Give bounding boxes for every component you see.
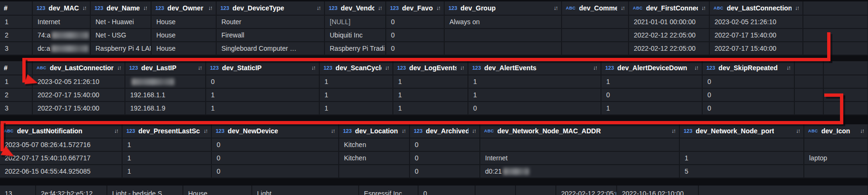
- sort-arrows-icon[interactable]: ↓↑: [795, 5, 799, 11]
- cell: 2022-07-17 15:40:00: [32, 88, 125, 102]
- column-header-dev_Group[interactable]: 123dev_Group↓↑: [444, 1, 562, 15]
- column-header-dev_DeviceType[interactable]: 123dev_DeviceType↓↑: [216, 1, 324, 15]
- column-label: dev_NewDevice: [228, 127, 278, 135]
- sort-arrows-icon[interactable]: ↓↑: [208, 5, 212, 11]
- sort-arrows-icon[interactable]: ↓↑: [82, 5, 86, 11]
- cell: 0: [386, 15, 444, 28]
- sort-arrows-icon[interactable]: ↓↑: [786, 65, 790, 71]
- table-row: 2022-07-17 15:40:10.66771710Kitchen0Inte…: [0, 151, 868, 165]
- cell-text: 74:a: [38, 31, 50, 39]
- cell-text: 2022-07-17 15:40:00: [715, 45, 776, 52]
- column-header-dev_AlertEvents[interactable]: 123dev_AlertEvents↓↑: [468, 61, 601, 75]
- column-header-dev_Icon[interactable]: ABCdev_Icon↓↑: [804, 124, 868, 138]
- column-header-dev_StaticIP[interactable]: 123dev_StaticIP↓↑: [206, 61, 319, 75]
- cell: Router: [216, 15, 324, 28]
- column-header-dev_LastConnection[interactable]: ABCdev_LastConnection↓↑: [32, 61, 125, 75]
- column-label: dev_LastNotification: [17, 127, 83, 135]
- sort-arrows-icon[interactable]: ↓↑: [143, 5, 147, 11]
- cell-text: Net - USG: [95, 31, 126, 39]
- cell: House: [151, 28, 216, 42]
- column-header-dev_Vendor[interactable]: 123dev_Vendor↓↑: [324, 1, 386, 15]
- column-header-dev_MAC[interactable]: 123dev_MAC↓↑: [32, 1, 90, 15]
- sort-arrows-icon[interactable]: ↓↑: [436, 5, 440, 11]
- column-header-dev_FirstConnection[interactable]: ABCdev_FirstConnection↓↑: [629, 1, 709, 15]
- sort-arrows-icon[interactable]: ↓↑: [385, 65, 389, 71]
- numeric-type-icon: 123: [684, 128, 692, 134]
- column-header-dev_PresentLastScan[interactable]: 123dev_PresentLastScan↓↑: [122, 124, 211, 138]
- cell: 1: [601, 75, 702, 88]
- cell: 2022-06-15 04:55:44.925085: [0, 165, 122, 178]
- column-header-dev_LastIP[interactable]: 123dev_LastIP↓↑: [125, 61, 206, 75]
- header-row: #123dev_MAC↓↑123dev_Name↓↑123dev_Owner↓↑…: [0, 1, 868, 15]
- sort-arrows-icon[interactable]: ↓↑: [203, 128, 207, 134]
- numeric-type-icon: 123: [216, 128, 224, 134]
- column-header-#[interactable]: #: [0, 61, 32, 75]
- column-header-dev_Favorite[interactable]: 123dev_Favorite↓↑: [386, 1, 444, 15]
- sort-arrows-icon[interactable]: ↓↑: [378, 5, 382, 11]
- column-header-dev_LastNotification[interactable]: ABCdev_LastNotification↓↑: [0, 124, 122, 138]
- column-header-dev_AlertDeviceDown[interactable]: 123dev_AlertDeviceDown↓↑: [601, 61, 702, 75]
- sort-arrows-icon[interactable]: ↓↑: [620, 5, 624, 11]
- column-header-dev_Comments[interactable]: ABCdev_Comments↓↑: [562, 1, 629, 15]
- cell-text: 0: [217, 154, 220, 162]
- cell: 1: [206, 88, 319, 102]
- sort-arrows-icon[interactable]: ↓↑: [694, 65, 698, 71]
- sort-arrows-icon[interactable]: ↓↑: [114, 128, 118, 134]
- cell: 2: [0, 28, 32, 42]
- column-header-dev_Network_Node_port[interactable]: 123dev_Network_Node_port↓↑: [679, 124, 804, 138]
- cell: [804, 165, 868, 178]
- cell: 1: [319, 88, 393, 102]
- numeric-type-icon: 123: [390, 5, 399, 11]
- sort-arrows-icon[interactable]: ↓↑: [701, 5, 705, 11]
- numeric-type-icon: 123: [448, 5, 457, 11]
- column-header-dev_LogEvents[interactable]: 123dev_LogEvents↓↑: [393, 61, 468, 75]
- column-header-dev_SkipRepeated[interactable]: 123dev_SkipRepeated↓↑: [702, 61, 794, 75]
- column-header-dev_NewDevice[interactable]: 123dev_NewDevice↓↑: [211, 124, 339, 138]
- cell-text: 0: [707, 91, 711, 99]
- cell: Espressif Inc: [359, 186, 418, 195]
- sort-arrows-icon[interactable]: ↓↑: [860, 128, 864, 134]
- column-header-dev_Owner[interactable]: 123dev_Owner↓↑: [151, 1, 216, 15]
- cell-text: 192.168.1.9: [130, 104, 165, 112]
- cell: Light: [252, 186, 359, 195]
- cell: House: [183, 186, 252, 195]
- column-header-dev_Location[interactable]: 123dev_Location↓↑: [339, 124, 410, 138]
- cell: [679, 138, 804, 151]
- sort-arrows-icon[interactable]: ↓↑: [198, 65, 201, 71]
- cell: 1: [206, 102, 319, 115]
- column-header-dev_LastConnection[interactable]: ABCdev_LastConnection↓↑: [709, 1, 803, 15]
- column-header-dev_ScanCycle[interactable]: 123dev_ScanCycle↓↑: [319, 61, 393, 75]
- numeric-type-icon: 123: [605, 65, 614, 71]
- cell: 0: [386, 42, 444, 55]
- cell: [823, 75, 868, 88]
- cell: 13: [0, 186, 36, 195]
- sort-arrows-icon[interactable]: ↓↑: [593, 65, 597, 71]
- cell-text: 1: [324, 104, 328, 112]
- column-header-#[interactable]: #: [0, 1, 32, 15]
- column-header-dev_Archived[interactable]: 123dev_Archived↓↑: [410, 124, 480, 138]
- sort-arrows-icon[interactable]: ↓↑: [472, 128, 476, 134]
- sort-arrows-icon[interactable]: ↓↑: [401, 128, 405, 134]
- sort-arrows-icon[interactable]: ↓↑: [796, 128, 800, 134]
- column-header-dev_Name[interactable]: 123dev_Name↓↑: [90, 1, 151, 15]
- cell-text: Kitchen: [344, 141, 366, 149]
- sort-arrows-icon[interactable]: ↓↑: [117, 65, 121, 71]
- column-header-dev_Network_Node_MAC_ADDR[interactable]: ABCdev_Network_Node_MAC_ADDR↓↑: [480, 124, 679, 138]
- column-label: dev_SkipRepeated: [718, 64, 778, 72]
- sort-arrows-icon[interactable]: ↓↑: [316, 5, 320, 11]
- sort-arrows-icon[interactable]: ↓↑: [311, 65, 315, 71]
- cell: 1: [468, 88, 601, 102]
- cell: 1: [122, 151, 211, 165]
- cell-text: 2023-02-05 21:26:10: [38, 78, 99, 85]
- cell: [NULL]: [324, 15, 386, 28]
- cell: 1: [679, 151, 804, 165]
- cell: 2: [0, 88, 32, 102]
- sort-arrows-icon[interactable]: ↓↑: [331, 128, 334, 134]
- sort-arrows-icon[interactable]: ↓↑: [460, 65, 464, 71]
- cell: [803, 42, 868, 55]
- cell-text: Net - Huawei: [95, 18, 134, 26]
- cell-text: 2: [5, 91, 9, 99]
- column-label: dev_LastConnection: [727, 4, 792, 12]
- sort-arrows-icon[interactable]: ↓↑: [671, 128, 675, 134]
- sort-arrows-icon[interactable]: ↓↑: [553, 5, 557, 11]
